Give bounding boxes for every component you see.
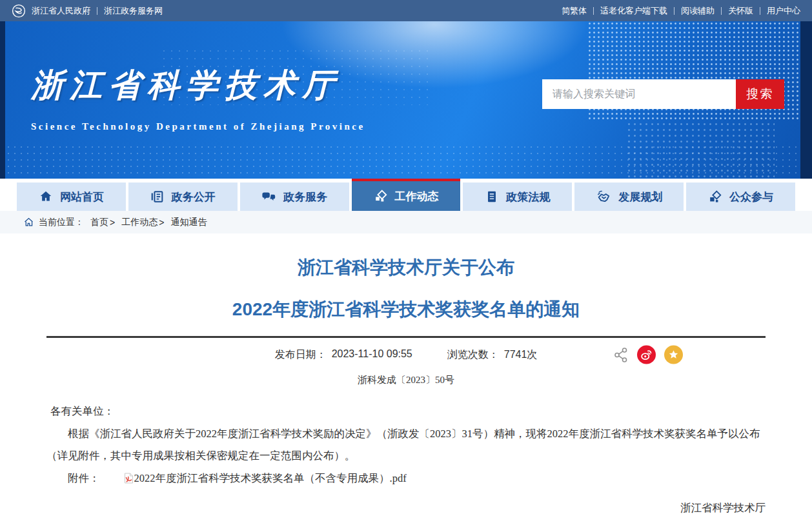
search-box: 搜索 — [542, 79, 784, 109]
topbar-link-service-network[interactable]: 浙江政务服务网 — [104, 5, 163, 17]
attachment-label: 附件： — [68, 472, 100, 484]
document-number: 浙科发成〔2023〕50号 — [46, 374, 766, 386]
home-icon — [39, 190, 53, 204]
breadcrumb-prefix: 当前位置： — [39, 217, 84, 228]
participation-icon — [708, 190, 722, 204]
divider — [97, 7, 97, 15]
nav-item-label: 政策法规 — [506, 190, 550, 204]
divider — [674, 7, 675, 15]
publish-date: 发布日期： 2023-11-10 09:55 — [275, 348, 412, 362]
newspaper-icon — [150, 190, 165, 204]
nav-item-development-planning[interactable]: 发展规划 — [574, 183, 684, 211]
top-utility-bar: 浙江省人民政府 浙江政务服务网 简繁体 适老化客户端下载 阅读辅助 关怀版 用户… — [0, 0, 812, 21]
weibo-icon[interactable] — [637, 346, 656, 364]
world-map-dots-decor — [5, 144, 800, 179]
nav-item-policies[interactable]: 政策法规 — [463, 183, 572, 211]
attachment-link[interactable]: 2022年度浙江省科学技术奖获奖名单（不含专用成果）.pdf — [134, 472, 407, 484]
main-nav: 网站首页 政务公开 政务服务 — [17, 179, 795, 211]
search-input[interactable] — [542, 79, 736, 109]
nav-item-label: 公众参与 — [729, 190, 773, 204]
breadcrumb-item-home[interactable]: 首页 — [90, 217, 108, 228]
nav-item-label: 政务公开 — [172, 190, 216, 204]
diamond-blocks-icon — [374, 189, 388, 203]
nav-item-label: 发展规划 — [618, 190, 662, 204]
share-network-icon[interactable] — [613, 346, 629, 363]
topbar-link-provincial-gov[interactable]: 浙江省人民政府 — [32, 5, 90, 17]
topbar-right: 简繁体 适老化客户端下载 阅读辅助 关怀版 用户中心 — [562, 5, 800, 17]
nav-item-gov-services[interactable]: 政务服务 — [240, 183, 349, 211]
site-brand: 浙江省科学技术厅 Science Technology Department o… — [31, 64, 365, 132]
page: 浙江省人民政府 浙江政务服务网 简繁体 适老化客户端下载 阅读辅助 关怀版 用户… — [0, 0, 812, 523]
document-lines-icon — [485, 190, 499, 204]
nav-item-label: 网站首页 — [60, 190, 104, 204]
topbar-link-elderly-client-download[interactable]: 适老化客户端下载 — [600, 5, 667, 17]
attachment-row: 附件： 2022年度浙江省科学技术奖获奖名单（不含专用成果）.pdf — [46, 468, 766, 492]
handshake-icon — [596, 190, 611, 204]
banner-background: 浙江省科学技术厅 Science Technology Department o… — [5, 21, 800, 179]
divider — [593, 7, 594, 15]
signature-org: 浙江省科学技术厅 — [46, 497, 766, 518]
chat-bubbles-icon — [261, 190, 276, 204]
pdf-file-icon — [103, 469, 134, 492]
topbar-link-reading-assist[interactable]: 阅读辅助 — [681, 5, 715, 17]
salutation: 各有关单位： — [46, 400, 766, 423]
divider — [721, 7, 722, 15]
breadcrumb-home-icon — [23, 217, 34, 228]
nav-item-work-updates[interactable]: 工作动态 — [352, 179, 461, 211]
nav-item-label: 工作动态 — [395, 189, 439, 204]
article-title-line2: 2022年度浙江省科学技术奖获奖名单的通知 — [46, 297, 766, 322]
view-count-label: 浏览次数： — [447, 348, 499, 362]
article-title-line1: 浙江省科学技术厅关于公布 — [46, 255, 766, 280]
publish-date-label: 发布日期： — [275, 348, 327, 362]
topbar-link-simplified-traditional[interactable]: 简繁体 — [562, 5, 587, 17]
nav-item-gov-disclosure[interactable]: 政务公开 — [128, 183, 238, 211]
nav-item-public-participation[interactable]: 公众参与 — [686, 183, 795, 211]
site-title-english: Science Technology Department of Zhejian… — [31, 121, 365, 132]
divider — [760, 7, 760, 15]
publish-date-value: 2023-11-10 09:55 — [332, 348, 412, 362]
share-toolbar — [613, 346, 683, 364]
signature-date: 2023年11月8日 — [46, 518, 766, 523]
breadcrumb-separator: > — [159, 217, 164, 228]
nav-item-home[interactable]: 网站首页 — [17, 183, 126, 211]
signature-block: 浙江省科学技术厅 2023年11月8日 — [46, 497, 766, 523]
site-title: 浙江省科学技术厅 — [31, 64, 365, 107]
government-seal-icon — [12, 4, 26, 18]
article-content: 浙江省科学技术厅关于公布 2022年度浙江省科学技术奖获奖名单的通知 发布日期：… — [0, 255, 812, 523]
breadcrumb: 当前位置： 首页 > 工作动态 > 通知通告 — [0, 211, 812, 233]
search-button[interactable]: 搜索 — [736, 79, 784, 109]
article-body: 各有关单位： 根据《浙江省人民政府关于2022年度浙江省科学技术奖励的决定》（浙… — [46, 400, 766, 492]
topbar-link-care-version[interactable]: 关怀版 — [728, 5, 753, 17]
view-count: 浏览次数： 7741次 — [447, 348, 538, 362]
view-count-value: 7741次 — [504, 348, 538, 362]
qzone-star-icon[interactable] — [664, 346, 683, 364]
topbar-left: 浙江省人民政府 浙江政务服务网 — [12, 4, 163, 18]
breadcrumb-item-work-updates[interactable]: 工作动态 — [121, 217, 157, 228]
topbar-link-user-center[interactable]: 用户中心 — [767, 5, 800, 17]
article-meta: 发布日期： 2023-11-10 09:55 浏览次数： 7741次 — [46, 338, 766, 371]
breadcrumb-item-notices[interactable]: 通知通告 — [170, 217, 207, 228]
nav-item-label: 政务服务 — [283, 190, 327, 204]
world-map-dots-decor — [626, 121, 775, 179]
body-paragraph: 根据《浙江省人民政府关于2022年度浙江省科学技术奖励的决定》（浙政发〔2023… — [46, 423, 766, 468]
breadcrumb-separator: > — [110, 217, 115, 228]
header-banner: 浙江省科学技术厅 Science Technology Department o… — [0, 21, 812, 179]
